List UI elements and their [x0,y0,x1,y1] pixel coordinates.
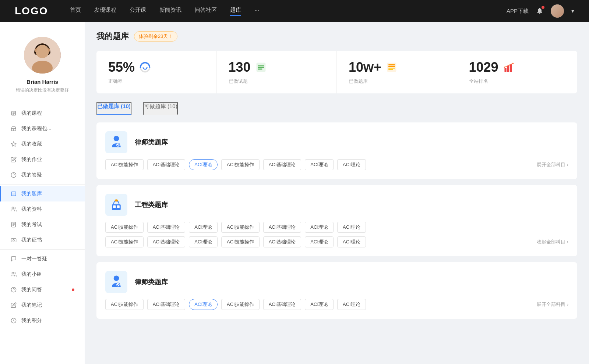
tag[interactable]: ACI理论 [305,222,334,233]
tags-row-engineer-2: ACI技能操作 ACI基础理论 ACI理论 ACI技能操作 ACI基础理论 AC… [105,236,568,247]
sidebar-item-label: 我的证书 [21,237,42,243]
tag[interactable]: ACI技能操作 [221,299,260,310]
bar-chart-icon [503,61,515,73]
tag[interactable]: ACI技能操作 [221,236,260,247]
svg-rect-51 [115,199,118,201]
sidebar-item-label: 我的笔记 [21,302,42,308]
expand-link-lawyer-1[interactable]: 展开全部科目 › [537,161,568,168]
svg-rect-34 [258,69,262,70]
tag[interactable]: ACI技能操作 [105,159,144,170]
question-notification-dot [72,289,74,291]
user-avatar[interactable] [551,4,564,18]
sidebar-item-note[interactable]: 我的笔记 [0,297,85,313]
nav-bank[interactable]: 题库 [230,7,241,16]
tags-row-lawyer-2: ACI技能操作 ACI基础理论 ACI理论 ACI技能操作 ACI基础理论 AC… [105,299,568,310]
bank-header-lawyer-1: 律师类题库 [105,131,568,153]
tag[interactable]: ACI基础理论 [263,159,301,170]
tag[interactable]: ACI理论 [337,222,366,233]
sidebar-item-question[interactable]: 我的问答 [0,282,85,297]
bank-card-engineer: 工程类题库 ACI技能操作 ACI基础理论 ACI理论 ACI技能操作 ACI基… [96,185,577,256]
tag[interactable]: ACI理论 [337,159,366,170]
page-layout: Brian Harris 错误的决定比没有决定要好 我的课程 我的课程包... [0,22,589,364]
sidebar-item-course[interactable]: 我的课程 [0,106,85,121]
collapse-link-engineer[interactable]: 收起全部科目 › [537,239,568,245]
tab-available[interactable]: 可做题库 (10) [143,102,178,115]
svg-point-52 [114,275,119,281]
tag[interactable]: ACI基础理论 [263,299,301,310]
tag-active[interactable]: ACI理论 [189,299,218,310]
stat-rank-value: 1029 [469,60,498,75]
nav-news[interactable]: 新闻资讯 [159,7,181,16]
nav-qa[interactable]: 问答社区 [195,7,217,16]
nav-home[interactable]: 首页 [70,7,81,16]
svg-point-17 [12,207,14,209]
tag[interactable]: ACI理论 [305,299,334,310]
svg-rect-37 [388,66,395,67]
sidebar-item-cert[interactable]: 我的证书 [0,232,85,248]
sidebar-item-favorites[interactable]: 我的收藏 [0,136,85,152]
tag[interactable]: ACI基础理论 [147,236,186,247]
notification-bell[interactable] [536,7,543,15]
notification-dot [542,6,544,9]
course-icon [10,110,17,117]
tab-done[interactable]: 已做题库 (10) [96,102,131,115]
sidebar-item-group[interactable]: 我的小组 [0,267,85,282]
sidebar-item-bank[interactable]: 我的题库 [0,186,85,201]
sidebar-item-exam[interactable]: 我的考试 [0,217,85,232]
expand-link-lawyer-2[interactable]: 展开全部科目 › [537,301,568,308]
bank-name-lawyer-2: 律师类题库 [135,278,168,286]
nav-discover[interactable]: 发现课程 [94,7,116,16]
stat-accuracy: 55% 正确率 [96,51,217,93]
sidebar-item-material[interactable]: 我的资料 [0,201,85,217]
tag[interactable]: ACI理论 [189,236,218,247]
svg-rect-38 [388,68,395,69]
app-download[interactable]: APP下载 [507,8,529,15]
sidebar-divider-mid [0,184,85,185]
sidebar-item-label: 我的答疑 [21,172,42,178]
sidebar-item-qa[interactable]: 我的答疑 [0,167,85,183]
nav-open[interactable]: 公开课 [130,7,146,16]
homework-icon [10,156,17,163]
sidebar-item-homework[interactable]: 我的作业 [0,152,85,167]
tag[interactable]: ACI技能操作 [221,159,260,170]
tag[interactable]: ACI理论 [337,299,366,310]
sidebar-item-label: 我的课程 [21,110,42,117]
svg-rect-42 [509,64,511,72]
page-header: 我的题库 体验剩余23天！ [96,31,577,42]
svg-point-23 [13,240,14,241]
svg-point-43 [504,67,505,68]
sidebar-item-label: 我的小组 [21,271,42,278]
sidebar-item-points[interactable]: 我的积分 [0,313,85,328]
user-dropdown-icon[interactable]: ▾ [571,8,574,14]
sidebar-item-one-on-one[interactable]: 一对一答疑 [0,251,85,267]
tag-active[interactable]: ACI理论 [189,159,218,170]
star-icon [10,141,17,147]
profile-motto: 错误的决定比没有决定要好 [16,87,69,93]
svg-rect-32 [258,65,264,66]
svg-point-45 [512,63,514,64]
cert-icon [10,237,17,243]
tag[interactable]: ACI理论 [305,159,334,170]
tag[interactable]: ACI技能操作 [105,236,144,247]
tag[interactable]: ACI理论 [337,236,366,247]
tag[interactable]: ACI技能操作 [221,222,260,233]
nav-more[interactable]: ··· [254,7,259,16]
bank-name-lawyer-1: 律师类题库 [135,138,168,147]
tag[interactable]: ACI理论 [189,222,218,233]
tag[interactable]: ACI基础理论 [263,222,301,233]
sidebar-item-label: 我的题库 [21,190,42,197]
svg-rect-22 [11,239,16,242]
svg-point-46 [114,136,119,141]
sidebar-item-package[interactable]: 我的课程包... [0,121,85,136]
tag[interactable]: ACI技能操作 [105,299,144,310]
svg-rect-40 [504,68,506,72]
tag[interactable]: ACI基础理论 [147,299,186,310]
tag[interactable]: ACI技能操作 [105,222,144,233]
tag[interactable]: ACI理论 [305,236,334,247]
tag[interactable]: ACI基础理论 [147,159,186,170]
tag[interactable]: ACI基础理论 [147,222,186,233]
tag[interactable]: ACI基础理论 [263,236,301,247]
stat-accuracy-label: 正确率 [108,78,205,85]
question-icon [10,286,17,293]
stat-done-banks-value: 10w+ [349,60,381,75]
